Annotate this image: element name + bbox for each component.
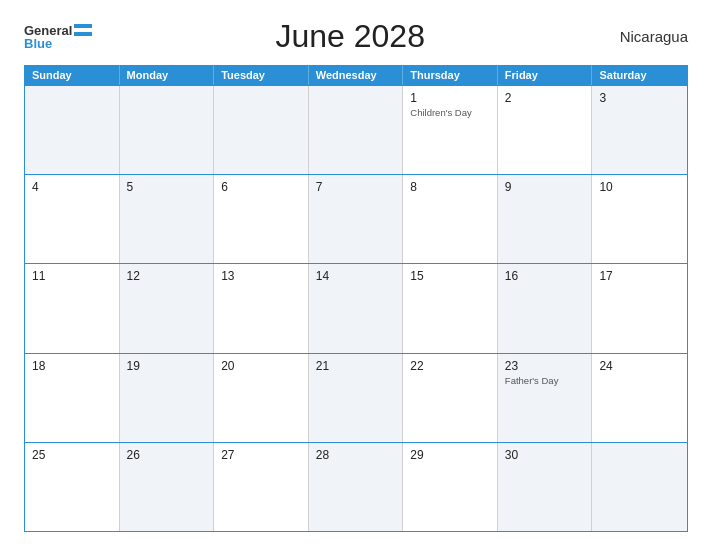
calendar-grid: Sunday Monday Tuesday Wednesday Thursday… — [24, 65, 688, 532]
day-number: 30 — [505, 448, 585, 462]
day-number: 2 — [505, 91, 585, 105]
calendar-cell-w1-d7: 3 — [592, 86, 687, 174]
calendar-cell-w4-d6: 23Father's Day — [498, 354, 593, 442]
day-number: 9 — [505, 180, 585, 194]
day-number: 15 — [410, 269, 490, 283]
calendar-cell-w2-d4: 7 — [309, 175, 404, 263]
day-number: 16 — [505, 269, 585, 283]
calendar-cell-w1-d1 — [25, 86, 120, 174]
calendar-cell-w1-d3 — [214, 86, 309, 174]
calendar-cell-w2-d7: 10 — [592, 175, 687, 263]
day-number: 18 — [32, 359, 112, 373]
calendar-cell-w2-d5: 8 — [403, 175, 498, 263]
calendar-week-2: 45678910 — [25, 174, 687, 263]
day-number: 13 — [221, 269, 301, 283]
calendar-cell-w3-d3: 13 — [214, 264, 309, 352]
logo-flag-icon — [74, 24, 92, 36]
calendar-cell-w3-d6: 16 — [498, 264, 593, 352]
calendar-cell-w5-d2: 26 — [120, 443, 215, 531]
calendar-cell-w2-d1: 4 — [25, 175, 120, 263]
calendar-cell-w2-d2: 5 — [120, 175, 215, 263]
calendar-cell-w5-d3: 27 — [214, 443, 309, 531]
day-number: 3 — [599, 91, 680, 105]
svg-rect-1 — [74, 28, 92, 32]
calendar-cell-w4-d3: 20 — [214, 354, 309, 442]
logo: General Blue — [24, 24, 92, 50]
calendar-cell-w3-d1: 11 — [25, 264, 120, 352]
day-number: 28 — [316, 448, 396, 462]
day-number: 6 — [221, 180, 301, 194]
day-number: 7 — [316, 180, 396, 194]
calendar-cell-w4-d2: 19 — [120, 354, 215, 442]
calendar-cell-w3-d2: 12 — [120, 264, 215, 352]
country-label: Nicaragua — [608, 28, 688, 45]
header-friday: Friday — [498, 65, 593, 85]
header-saturday: Saturday — [592, 65, 687, 85]
calendar-weekday-header: Sunday Monday Tuesday Wednesday Thursday… — [25, 65, 687, 85]
calendar-week-1: 1Children's Day23 — [25, 85, 687, 174]
calendar-cell-w1-d2 — [120, 86, 215, 174]
page-header: General Blue June 2028 Nicaragua — [24, 18, 688, 55]
calendar-cell-w4-d1: 18 — [25, 354, 120, 442]
header-sunday: Sunday — [25, 65, 120, 85]
calendar-cell-w5-d1: 25 — [25, 443, 120, 531]
calendar-cell-w4-d4: 21 — [309, 354, 404, 442]
header-monday: Monday — [120, 65, 215, 85]
calendar-cell-w1-d6: 2 — [498, 86, 593, 174]
calendar-body: 1Children's Day2345678910111213141516171… — [25, 85, 687, 531]
svg-rect-0 — [74, 24, 92, 28]
day-number: 29 — [410, 448, 490, 462]
day-number: 27 — [221, 448, 301, 462]
calendar-cell-w3-d4: 14 — [309, 264, 404, 352]
calendar-cell-w5-d5: 29 — [403, 443, 498, 531]
svg-rect-2 — [74, 32, 92, 36]
calendar-week-4: 181920212223Father's Day24 — [25, 353, 687, 442]
day-number: 5 — [127, 180, 207, 194]
calendar-cell-w5-d7 — [592, 443, 687, 531]
day-number: 4 — [32, 180, 112, 194]
page-title: June 2028 — [92, 18, 608, 55]
day-number: 23 — [505, 359, 585, 373]
holiday-label: Children's Day — [410, 107, 490, 118]
holiday-label: Father's Day — [505, 375, 585, 386]
calendar-cell-w5-d4: 28 — [309, 443, 404, 531]
calendar-cell-w4-d7: 24 — [592, 354, 687, 442]
day-number: 12 — [127, 269, 207, 283]
calendar-cell-w1-d4 — [309, 86, 404, 174]
day-number: 10 — [599, 180, 680, 194]
logo-blue-text: Blue — [24, 37, 52, 50]
day-number: 20 — [221, 359, 301, 373]
day-number: 14 — [316, 269, 396, 283]
day-number: 24 — [599, 359, 680, 373]
calendar-cell-w2-d6: 9 — [498, 175, 593, 263]
calendar-cell-w2-d3: 6 — [214, 175, 309, 263]
calendar-page: General Blue June 2028 Nicaragua Sunday … — [0, 0, 712, 550]
calendar-week-3: 11121314151617 — [25, 263, 687, 352]
header-wednesday: Wednesday — [309, 65, 404, 85]
day-number: 22 — [410, 359, 490, 373]
day-number: 17 — [599, 269, 680, 283]
day-number: 21 — [316, 359, 396, 373]
calendar-cell-w1-d5: 1Children's Day — [403, 86, 498, 174]
logo-general-text: General — [24, 24, 72, 37]
calendar-cell-w5-d6: 30 — [498, 443, 593, 531]
day-number: 19 — [127, 359, 207, 373]
header-thursday: Thursday — [403, 65, 498, 85]
calendar-cell-w3-d7: 17 — [592, 264, 687, 352]
day-number: 11 — [32, 269, 112, 283]
calendar-cell-w3-d5: 15 — [403, 264, 498, 352]
header-tuesday: Tuesday — [214, 65, 309, 85]
day-number: 25 — [32, 448, 112, 462]
day-number: 26 — [127, 448, 207, 462]
calendar-cell-w4-d5: 22 — [403, 354, 498, 442]
calendar-week-5: 252627282930 — [25, 442, 687, 531]
day-number: 8 — [410, 180, 490, 194]
day-number: 1 — [410, 91, 490, 105]
